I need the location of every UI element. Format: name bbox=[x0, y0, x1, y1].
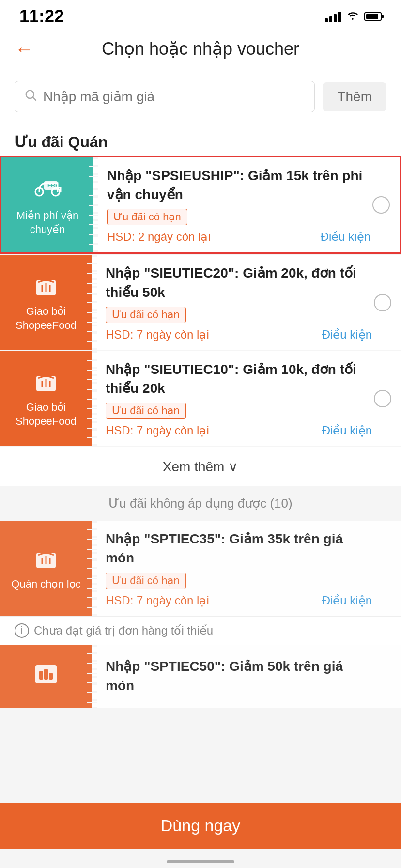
unavailable-voucher-content-2: Nhập "SPTIEC50": Giảm 50k trên giá món bbox=[97, 645, 401, 708]
unavailable-label: Ưu đãi không áp dụng được (10) bbox=[108, 496, 292, 511]
voucher-image-2: Giao bởi ShopeeFood bbox=[0, 255, 92, 350]
unavailable-voucher-label-1: Quán chọn lọc bbox=[11, 577, 80, 591]
voucher-title-1: Nhập "SPSIEUSHIP": Giảm 15k trên phí vận… bbox=[107, 166, 370, 204]
svg-point-0 bbox=[26, 91, 34, 98]
unavailable-voucher-condition-1[interactable]: Điều kiện bbox=[322, 594, 372, 607]
status-time: 11:22 bbox=[19, 6, 64, 27]
voucher-image-3: Giao bởi ShopeeFood bbox=[0, 351, 92, 446]
voucher-expiry-1: HSD: 2 ngày còn lại bbox=[107, 230, 211, 244]
voucher-tag-2: Ưu đãi có hạn bbox=[106, 307, 186, 323]
search-icon bbox=[24, 88, 37, 105]
unavailable-voucher-title-1: Nhập "SPTIEC35": Giảm 35k trên giá món bbox=[106, 529, 372, 567]
unavailable-voucher-expiry-1: HSD: 7 ngày còn lại bbox=[106, 594, 209, 607]
voucher-condition-3[interactable]: Điều kiện bbox=[322, 424, 372, 437]
voucher-label-1: Miễn phí vận chuyển bbox=[9, 209, 86, 236]
voucher-condition-1[interactable]: Điều kiện bbox=[321, 230, 370, 244]
unavailable-voucher-image-2 bbox=[0, 645, 92, 708]
warning-row-1: i Chưa đạt giá trị đơn hàng tối thiểu bbox=[0, 616, 401, 645]
header: ← Chọn hoặc nhập voucher bbox=[0, 29, 401, 69]
voucher-title-2: Nhập "SIEUTIEC20": Giảm 20k, đơn tối thi… bbox=[106, 264, 372, 301]
unavailable-voucher-title-2: Nhập "SPTIEC50": Giảm 50k trên giá món bbox=[106, 657, 372, 695]
status-icons bbox=[325, 10, 382, 23]
voucher-expiry-3: HSD: 7 ngày còn lại bbox=[106, 424, 209, 437]
unavailable-voucher-content-1: Nhập "SPTIEC35": Giảm 35k trên giá món Ư… bbox=[97, 521, 401, 616]
unavailable-voucher-card-1: Quán chọn lọc Nhập "SPTIEC35": Giảm 35k … bbox=[0, 521, 401, 616]
voucher-radio-1[interactable] bbox=[372, 196, 390, 214]
voucher-expiry-2: HSD: 7 ngày còn lại bbox=[106, 328, 209, 341]
unavailable-voucher-icon-2 bbox=[31, 660, 61, 692]
see-more-label: Xem thêm ∨ bbox=[163, 459, 238, 474]
svg-line-1 bbox=[33, 97, 36, 100]
voucher-radio-3[interactable] bbox=[374, 390, 391, 407]
voucher-content-1: Nhập "SPSIEUSHIP": Giảm 15k trên phí vận… bbox=[98, 157, 400, 252]
unavailable-header: Ưu đãi không áp dụng được (10) bbox=[0, 486, 401, 521]
restaurant-section-title: Ưu đãi Quán bbox=[0, 124, 401, 156]
voucher-icon-2 bbox=[31, 273, 61, 305]
wifi-icon bbox=[346, 10, 359, 23]
unavailable-voucher-tag-1: Ưu đãi có hạn bbox=[106, 573, 186, 589]
voucher-tag-1: Ưu đãi có hạn bbox=[107, 209, 187, 225]
voucher-image-1: FREE Miễn phí vận chuyển bbox=[1, 157, 93, 252]
search-wrapper bbox=[15, 81, 315, 112]
svg-rect-20 bbox=[44, 669, 48, 680]
voucher-icon-1: FREE bbox=[31, 173, 64, 205]
see-more-button[interactable]: Xem thêm ∨ bbox=[0, 447, 401, 486]
unavailable-voucher-card-2: Nhập "SPTIEC50": Giảm 50k trên giá món bbox=[0, 645, 401, 708]
voucher-radio-2[interactable] bbox=[374, 294, 391, 311]
battery-icon bbox=[364, 12, 382, 21]
back-button[interactable]: ← bbox=[15, 39, 34, 59]
voucher-content-3: Nhập "SIEUTIEC10": Giảm 10k, đơn tối thi… bbox=[97, 351, 401, 446]
voucher-card-3[interactable]: Giao bởi ShopeeFood Nhập "SIEUTIEC10": G… bbox=[0, 351, 401, 446]
svg-rect-21 bbox=[49, 673, 53, 680]
home-indicator bbox=[167, 860, 234, 863]
signal-icon bbox=[325, 11, 341, 22]
voucher-card-1[interactable]: FREE Miễn phí vận chuyển Nhập "SPSIEUSHI… bbox=[0, 156, 401, 254]
voucher-label-2: Giao bởi ShopeeFood bbox=[8, 305, 84, 332]
svg-rect-19 bbox=[39, 671, 43, 680]
unavailable-voucher-icon-1 bbox=[31, 545, 61, 577]
info-icon: i bbox=[15, 623, 29, 638]
voucher-icon-3 bbox=[31, 369, 61, 401]
voucher-content-2: Nhập "SIEUTIEC20": Giảm 20k, đơn tối thi… bbox=[97, 255, 401, 350]
voucher-label-3: Giao bởi ShopeeFood bbox=[8, 401, 84, 428]
voucher-card-2[interactable]: Giao bởi ShopeeFood Nhập "SIEUTIEC20": G… bbox=[0, 255, 401, 350]
radio-circle-2[interactable] bbox=[374, 294, 391, 311]
warning-text-1: Chưa đạt giá trị đơn hàng tối thiểu bbox=[34, 624, 213, 637]
search-input[interactable] bbox=[43, 89, 306, 105]
unavailable-voucher-image-1: Quán chọn lọc bbox=[0, 521, 92, 616]
search-section: Thêm bbox=[0, 69, 401, 124]
status-bar: 11:22 bbox=[0, 0, 401, 29]
voucher-condition-2[interactable]: Điều kiện bbox=[322, 328, 372, 341]
radio-circle-1[interactable] bbox=[372, 196, 390, 214]
use-now-button[interactable]: Dùng ngay bbox=[0, 803, 401, 849]
radio-circle-3[interactable] bbox=[374, 390, 391, 407]
voucher-tag-3: Ưu đãi có hạn bbox=[106, 403, 186, 419]
them-button[interactable]: Thêm bbox=[323, 82, 386, 111]
voucher-title-3: Nhập "SIEUTIEC10": Giảm 10k, đơn tối thi… bbox=[106, 360, 372, 398]
page-title: Chọn hoặc nhập voucher bbox=[102, 39, 299, 59]
